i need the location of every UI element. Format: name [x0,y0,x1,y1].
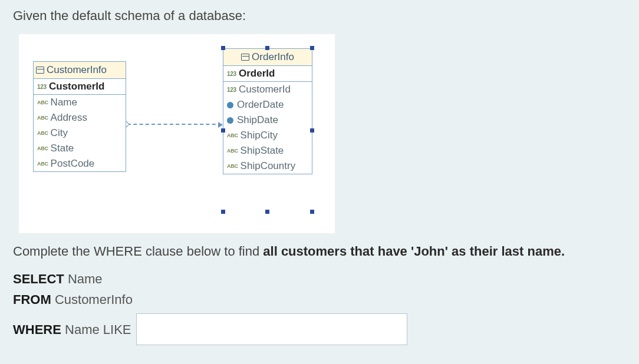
column-row: OrderDate [223,97,312,112]
type-badge-text: ABC [37,115,48,121]
column-row: ShipDate [223,112,312,128]
sql-select-column: Name [68,272,103,286]
table-title: OrderInfo [252,51,294,63]
sql-from-line: FROM CustomerInfo [13,289,626,310]
column-name: ShipCity [241,130,278,141]
column-name: OrderDate [237,99,284,111]
question-lead: Complete the WHERE clause below to find [13,244,263,259]
connector-arrow [218,122,223,128]
schema-diagram: CustomerInfo 123 CustomerId ABC Name ABC… [19,34,335,233]
relationship-connector [127,124,222,125]
column-name: CustomerId [49,81,104,92]
sql-block: SELECT Name FROM CustomerInfo WHERE Name… [13,269,626,345]
sql-keyword-from: FROM [13,292,51,307]
answer-input[interactable] [136,313,407,345]
type-badge-text: ABC [37,145,48,151]
selection-handle [310,46,314,50]
date-icon [227,117,233,124]
question-page: Given the default schema of a database: … [0,0,639,353]
table-header: CustomerInfo [34,62,126,79]
column-row: 123 CustomerId [223,82,312,97]
column-row-pk: 123 OrderId [223,66,312,82]
table-header: OrderInfo [223,49,312,66]
column-name: State [51,143,74,154]
column-name: PostCode [51,158,95,170]
selection-handle [310,210,314,214]
column-name: ShipCountry [241,160,296,172]
selection-handle [265,46,269,50]
table-customerinfo: CustomerInfo 123 CustomerId ABC Name ABC… [33,61,126,172]
question-text: Complete the WHERE clause below to find … [13,244,626,259]
table-title: CustomerInfo [47,64,107,76]
sql-select-line: SELECT Name [13,269,626,289]
column-row: ABC ShipCity [223,128,312,143]
column-row: ABC ShipState [223,143,312,158]
column-name: Address [51,112,87,124]
column-name: Name [51,97,77,108]
table-orderinfo: OrderInfo 123 OrderId 123 CustomerId Ord… [223,48,312,174]
sql-from-table: CustomerInfo [55,292,133,307]
type-badge-text: ABC [37,161,48,167]
table-icon [36,67,44,74]
type-badge-text: ABC [227,133,238,138]
column-row: ABC PostCode [34,156,126,171]
column-row: ABC State [34,141,126,156]
date-icon [227,102,233,108]
selection-handle [265,210,269,214]
column-name: OrderId [239,68,275,80]
sql-keyword-select: SELECT [13,272,64,286]
type-badge-text: ABC [227,148,238,154]
type-badge-num: 123 [227,71,236,77]
intro-text: Given the default schema of a database: [13,8,626,24]
column-name: City [51,127,68,139]
column-row: ABC City [34,125,126,141]
question-bold: all customers that have 'John' as their … [263,244,565,259]
type-badge-text: ABC [37,130,48,136]
column-row: ABC ShipCountry [223,158,312,174]
column-row-pk: 123 CustomerId [34,79,126,95]
selection-handle [221,46,225,50]
type-badge-num: 123 [37,84,47,90]
type-badge-num: 123 [227,87,236,93]
column-row: ABC Name [34,95,126,110]
sql-where-line: WHERE Name LIKE [13,313,626,345]
sql-where-predicate: Name LIKE [65,322,131,337]
sql-keyword-where: WHERE [13,322,61,337]
selection-handle [221,210,225,214]
column-name: ShipDate [237,114,278,126]
type-badge-text: ABC [227,163,238,169]
column-row: ABC Address [34,110,126,125]
type-badge-text: ABC [37,100,48,105]
column-name: ShipState [241,145,284,157]
selection-handle [221,128,225,133]
selection-handle [310,128,314,133]
table-icon [241,54,249,61]
column-name: CustomerId [239,84,291,95]
